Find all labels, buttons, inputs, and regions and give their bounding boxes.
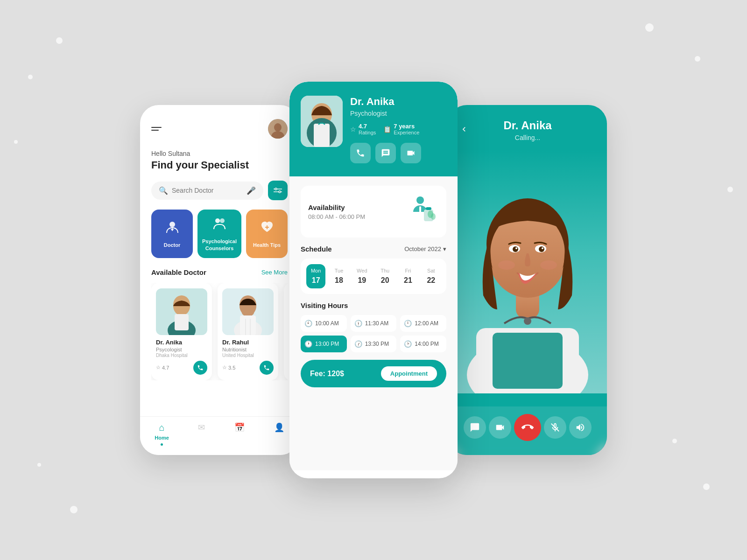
svg-point-35 [416,196,424,204]
visiting-title: Visiting Hours [301,301,446,309]
day-name-fri: Fri [405,268,411,273]
phone1-home-screen: Hello Sultana Find your Specialist 🔍 🎤 [140,105,299,455]
back-button[interactable] [459,125,469,136]
search-input-wrapper[interactable]: 🔍 🎤 [151,182,263,200]
doctor2-hospital: United Hospital [222,353,274,358]
doctor1-call-button[interactable] [193,361,207,375]
svg-point-54 [515,247,517,249]
search-icon: 🔍 [159,186,168,195]
category-doctor-label: Doctor [164,242,180,248]
doctor2-call-button[interactable] [260,361,274,375]
day-name-tue: Tue [335,268,344,273]
mute-control-button[interactable] [544,416,566,439]
nav-calendar[interactable]: 📅 [234,422,245,446]
category-psychological[interactable]: Psychological Counselors [197,210,241,258]
doctor1-name: Dr. Anika [156,339,207,346]
chat-control-button[interactable] [464,416,486,439]
cal-day-tue[interactable]: Tue 18 [329,264,348,288]
calling-info: Dr. Anika Calling... [473,119,582,141]
phone2-doctor-detail: Dr. Anika Psychologist ☆ 4.7 Ratings 📋 [289,82,458,478]
time-slot-1330[interactable]: 🕜 13:30 PM [351,336,397,352]
day-num-tue: 18 [335,276,343,285]
schedule-section: Schedule October 2022 ▾ Mon 17 Tue 18 [301,245,446,294]
doctor2-footer: ☆ 3.5 [222,361,274,375]
chevron-down-icon: ▾ [443,245,446,252]
clock-icon-1: 🕙 [304,320,312,327]
month-label: October 2022 [404,245,441,252]
cal-day-mon[interactable]: Mon 17 [306,264,325,288]
cal-day-thu[interactable]: Thu 20 [375,264,395,288]
phone3-calling-screen: Dr. Anika Calling... [448,105,607,455]
doctor-card-anika: Dr. Anika Psycologist Dhaka Hospital ☆ 4… [151,283,212,380]
appointment-button[interactable]: Appointment [381,366,437,381]
category-health[interactable]: Health Tips [246,210,288,258]
svg-rect-19 [175,314,189,330]
video-control-button[interactable] [489,416,511,439]
nav-home[interactable]: ⌂ Home [155,422,169,446]
svg-point-9 [169,222,175,227]
doctor-action-buttons [350,143,446,163]
category-doctor[interactable]: Doctor [151,210,193,258]
calling-doctor-name: Dr. Anika [473,119,582,132]
nav-mail[interactable]: ✉ [198,422,205,446]
svg-rect-11 [172,228,173,231]
search-bar: 🔍 🎤 [151,181,288,200]
availability-illustration [406,193,439,230]
nav-profile[interactable]: 👤 [274,422,284,446]
schedule-title: Schedule [301,245,332,253]
cal-day-fri[interactable]: Fri 21 [398,264,417,288]
svg-point-40 [431,213,436,220]
search-input[interactable] [172,187,243,194]
doctor-photo-rahul [222,288,274,335]
star-icon-profile: ☆ [350,126,356,133]
clock-icon-3: 🕛 [404,320,412,327]
doctor-info: Dr. Anika Psychologist ☆ 4.7 Ratings 📋 [350,96,446,163]
mail-icon: ✉ [198,422,205,433]
experience-label: Experience [394,130,419,135]
month-picker[interactable]: October 2022 ▾ [404,245,446,252]
user-avatar[interactable] [268,119,288,139]
doctors-list: Dr. Anika Psycologist Dhaka Hospital ☆ 4… [151,283,288,380]
time-slot-1000[interactable]: 🕙 10:00 AM [301,315,347,332]
nav-home-label: Home [155,435,169,441]
speaker-control-button[interactable] [569,416,592,439]
svg-rect-44 [493,333,563,389]
headline-text: Find your Specialist [151,159,288,171]
svg-point-55 [542,247,543,249]
time-slot-1300[interactable]: 🕐 13:00 PM [301,336,347,352]
time-slot-1400[interactable]: 🕑 14:00 PM [400,336,446,352]
doctor2-rating: ☆ 3.5 [222,364,235,371]
rating-stat: ☆ 4.7 Ratings [350,123,376,135]
message-button[interactable] [375,143,396,163]
category-health-label: Health Tips [253,242,281,248]
svg-point-12 [215,218,220,223]
time-slot-1130[interactable]: 🕦 11:30 AM [351,315,397,332]
svg-point-53 [539,246,544,252]
svg-point-57 [540,260,557,270]
phone-call-button[interactable] [350,143,371,163]
fee-text: Fee: 120$ [310,370,344,378]
category-psych-label: Psychological Counselors [202,238,237,252]
categories-section: Doctor Psychological Counselors [151,210,288,258]
doctor1-footer: ☆ 4.7 [156,361,207,375]
day-num-wed: 19 [358,276,366,285]
day-name-mon: Mon [311,268,321,273]
schedule-header: Schedule October 2022 ▾ [301,245,446,253]
filter-button[interactable] [268,181,288,200]
cal-day-sat[interactable]: Sat 22 [422,264,441,288]
experience-icon: 📋 [383,126,391,133]
end-call-button[interactable] [514,414,541,441]
menu-button[interactable] [151,127,162,131]
time-slot-1200[interactable]: 🕛 12:00 AM [400,315,446,332]
doctor2-spec: Nutritionist [222,347,274,352]
video-call-button[interactable] [401,143,421,163]
see-more-link[interactable]: See More [261,269,288,276]
svg-point-3 [275,188,277,190]
calling-status: Calling... [473,134,582,141]
phone3-calling-header: Dr. Anika Calling... [448,105,607,151]
cal-day-wed[interactable]: Wed 19 [352,264,372,288]
mic-icon[interactable]: 🎤 [247,186,256,195]
svg-point-56 [498,260,515,270]
phone2-top-section: Dr. Anika Psychologist ☆ 4.7 Ratings 📋 [289,82,458,176]
doctor1-hospital: Dhaka Hospital [156,353,207,358]
